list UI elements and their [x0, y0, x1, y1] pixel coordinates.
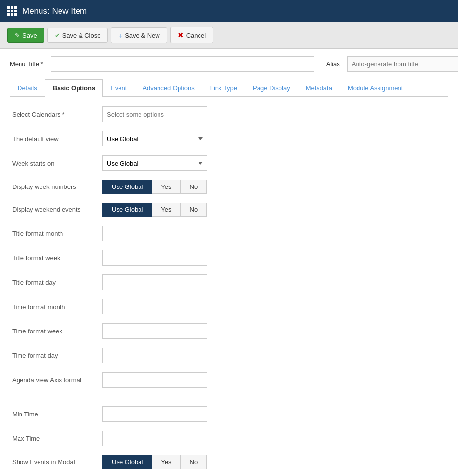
time-format-day-label: Time format day: [12, 352, 102, 359]
time-format-week-label: Time format week: [12, 328, 102, 335]
show-events-modal-yes[interactable]: Yes: [152, 455, 180, 469]
default-view-row: The default view Use Global Month Week D…: [12, 131, 446, 146]
time-format-month-input[interactable]: [102, 299, 207, 314]
top-header: Menus: New Item: [0, 0, 458, 22]
display-weekend-events-toggle: Use Global Yes No: [102, 203, 207, 217]
select-calendars-label: Select Calendars *: [12, 111, 102, 118]
tab-page-display[interactable]: Page Display: [245, 79, 298, 97]
x-icon: ✖: [178, 31, 184, 40]
page-title: Menus: New Item: [22, 6, 87, 16]
display-week-numbers-label: Display week numbers: [12, 183, 102, 190]
agenda-view-axis-row: Agenda view Axis format: [12, 372, 446, 388]
min-time-row: Min Time: [12, 406, 446, 422]
title-format-week-label: Title format week: [12, 254, 102, 262]
title-format-week-row: Title format week: [12, 250, 446, 266]
week-starts-row: Week starts on Use Global Sunday Monday: [12, 155, 446, 171]
form-section: Select Calendars * The default view Use …: [10, 106, 448, 476]
cancel-button[interactable]: ✖ Cancel: [170, 27, 213, 43]
agenda-view-axis-input[interactable]: [102, 372, 207, 388]
title-format-month-label: Title format month: [12, 230, 102, 237]
time-format-week-input[interactable]: [102, 323, 207, 339]
check-icon: ✔: [55, 32, 60, 39]
grid-icon: [7, 6, 17, 16]
alias-label: Alias: [326, 61, 340, 68]
title-format-month-row: Title format month: [12, 226, 446, 241]
agenda-view-axis-label: Agenda view Axis format: [12, 376, 102, 384]
tab-event[interactable]: Event: [103, 79, 135, 97]
title-format-week-input[interactable]: [102, 250, 207, 266]
display-weekend-events-row: Display weekend events Use Global Yes No: [12, 203, 446, 217]
title-format-month-control: [102, 226, 207, 241]
week-starts-select[interactable]: Use Global Sunday Monday: [102, 155, 207, 171]
time-format-day-row: Time format day: [12, 348, 446, 363]
save-new-button[interactable]: + Save & New: [111, 27, 167, 43]
display-week-numbers-toggle: Use Global Yes No: [102, 180, 207, 194]
tabs: Details Basic Options Event Advanced Opt…: [10, 79, 448, 97]
display-week-numbers-control: Use Global Yes No: [102, 180, 207, 194]
show-events-modal-use-global[interactable]: Use Global: [102, 455, 152, 469]
save-button[interactable]: ✎ Save: [7, 28, 44, 43]
agenda-view-axis-control: [102, 372, 207, 388]
min-time-control: [102, 406, 207, 422]
show-events-modal-no[interactable]: No: [180, 455, 207, 469]
title-format-day-control: [102, 274, 207, 290]
title-format-day-row: Title format day: [12, 274, 446, 290]
week-starts-label: Week starts on: [12, 160, 102, 167]
select-calendars-control: [102, 106, 207, 122]
tab-metadata[interactable]: Metadata: [298, 79, 340, 97]
max-time-input[interactable]: [102, 431, 207, 446]
display-week-numbers-yes[interactable]: Yes: [152, 180, 180, 194]
max-time-control: [102, 431, 207, 446]
display-weekend-events-control: Use Global Yes No: [102, 203, 207, 217]
menu-title-label: Menu Title *: [10, 61, 43, 68]
default-view-control: Use Global Month Week Day Agenda: [102, 131, 207, 146]
display-week-numbers-no[interactable]: No: [180, 180, 207, 194]
select-calendars-row: Select Calendars *: [12, 106, 446, 122]
display-weekend-events-label: Display weekend events: [12, 206, 102, 213]
title-format-day-input[interactable]: [102, 274, 207, 290]
show-events-modal-row: Show Events in Modal Use Global Yes No: [12, 455, 446, 469]
tab-module-assignment[interactable]: Module Assignment: [340, 79, 411, 97]
save-close-button[interactable]: ✔ Save & Close: [47, 28, 108, 43]
title-format-week-control: [102, 250, 207, 266]
default-view-select[interactable]: Use Global Month Week Day Agenda: [102, 131, 207, 146]
week-starts-control: Use Global Sunday Monday: [102, 155, 207, 171]
time-format-month-row: Time format month: [12, 299, 446, 314]
toolbar: ✎ Save ✔ Save & Close + Save & New ✖ Can…: [0, 22, 458, 49]
time-format-month-control: [102, 299, 207, 314]
menu-title-row: Menu Title * Alias: [10, 56, 448, 72]
default-view-label: The default view: [12, 135, 102, 143]
tab-details[interactable]: Details: [10, 79, 45, 97]
show-events-modal-control: Use Global Yes No: [102, 455, 207, 469]
main-content: Menu Title * Alias Details Basic Options…: [0, 49, 458, 476]
tab-basic-options[interactable]: Basic Options: [45, 79, 103, 97]
max-time-label: Max Time: [12, 435, 102, 442]
min-time-label: Min Time: [12, 411, 102, 418]
plus-icon: +: [118, 31, 122, 40]
save-icon: ✎: [15, 32, 20, 39]
show-events-modal-label: Show Events in Modal: [12, 458, 102, 466]
tab-link-type[interactable]: Link Type: [202, 79, 245, 97]
time-format-month-label: Time format month: [12, 303, 102, 310]
time-format-week-control: [102, 323, 207, 339]
min-time-input[interactable]: [102, 406, 207, 422]
show-events-modal-toggle: Use Global Yes No: [102, 455, 207, 469]
display-weekend-events-no[interactable]: No: [180, 203, 207, 217]
tab-advanced-options[interactable]: Advanced Options: [135, 79, 202, 97]
display-week-numbers-row: Display week numbers Use Global Yes No: [12, 180, 446, 194]
time-format-day-control: [102, 348, 207, 363]
display-weekend-events-use-global[interactable]: Use Global: [102, 203, 152, 217]
display-weekend-events-yes[interactable]: Yes: [152, 203, 180, 217]
max-time-row: Max Time: [12, 431, 446, 446]
title-format-month-input[interactable]: [102, 226, 207, 241]
time-format-day-input[interactable]: [102, 348, 207, 363]
title-format-day-label: Title format day: [12, 279, 102, 286]
menu-title-input[interactable]: [51, 56, 314, 72]
alias-input[interactable]: [347, 56, 458, 72]
time-format-week-row: Time format week: [12, 323, 446, 339]
display-week-numbers-use-global[interactable]: Use Global: [102, 180, 152, 194]
select-calendars-input[interactable]: [102, 106, 207, 122]
